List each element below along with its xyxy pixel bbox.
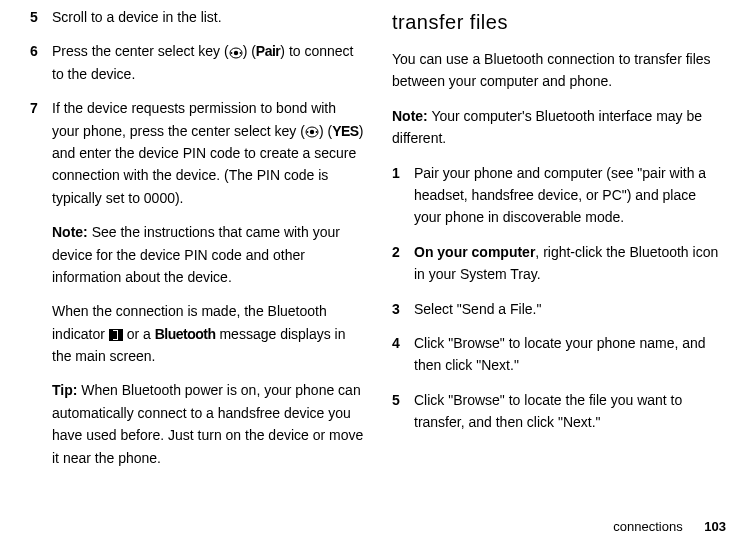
step-text: Click "Browse" to locate the file you wa… [414,389,726,434]
step-1: 1 Pair your phone and computer (see "pai… [392,162,726,229]
page-columns: 5 Scroll to a device in the list. 6 Pres… [30,6,726,481]
step-3: 3 Select "Send a File." [392,298,726,320]
step-text: Pair your phone and computer (see "pair … [414,162,726,229]
text-fragment: Press the center select key ( [52,43,229,59]
svg-point-3 [239,52,241,54]
step-body: Scroll to a device in the list. [52,6,364,28]
step-body: On your computer, right-click the Blueto… [414,241,726,286]
step-text: Scroll to a device in the list. [52,6,364,28]
text-fragment: ) [359,123,364,139]
step-body: Pair your phone and computer (see "pair … [414,162,726,229]
right-column: transfer files You can use a Bluetooth c… [392,6,726,481]
text-fragment: or a [123,326,155,342]
step-number: 4 [392,332,414,377]
pair-label: Pair [256,43,280,59]
bluetooth-indicator-icon [109,329,123,341]
intro-text: You can use a Bluetooth connection to tr… [392,48,726,93]
footer-section: connections [613,519,682,534]
step-4: 4 Click "Browse" to locate your phone na… [392,332,726,377]
step-body: Click "Browse" to locate your phone name… [414,332,726,377]
step-5: 5 Scroll to a device in the list. [30,6,364,28]
section-heading: transfer files [392,6,726,38]
step-text: When the connection is made, the Bluetoo… [52,300,364,367]
step-body: Click "Browse" to locate the file you wa… [414,389,726,434]
page-number: 103 [704,519,726,534]
svg-point-5 [310,130,314,134]
step-7: 7 If the device requests permission to b… [30,97,364,469]
section-note: Note: Your computer's Bluetooth interfac… [392,105,726,150]
step-6: 6 Press the center select key () (Pair) … [30,40,364,85]
step-body: If the device requests permission to bon… [52,97,364,469]
step-2: 2 On your computer, right-click the Blue… [392,241,726,286]
step-text: Click "Browse" to locate your phone name… [414,332,726,377]
tip-text: When Bluetooth power is on, your phone c… [52,382,363,465]
step-body: Select "Send a File." [414,298,726,320]
note-text: See the instructions that came with your… [52,224,340,285]
center-select-key-icon [229,47,243,59]
step-number: 2 [392,241,414,286]
svg-point-1 [233,50,237,54]
svg-point-7 [316,131,318,133]
step-note: Note: See the instructions that came wit… [52,221,364,288]
step-tip: Tip: When Bluetooth power is on, your ph… [52,379,364,469]
bold-fragment: On your computer [414,244,535,260]
page-footer: connections 103 [613,517,726,538]
text-fragment: If the device requests permission to bon… [52,100,336,138]
bluetooth-label: Bluetooth [155,326,216,342]
step-number: 5 [392,389,414,434]
step-5r: 5 Click "Browse" to locate the file you … [392,389,726,434]
note-text: Your computer's Bluetooth interface may … [392,108,702,146]
step-number: 7 [30,97,52,469]
text-fragment: ) ( [319,123,332,139]
note-label: Note: [52,224,88,240]
step-number: 3 [392,298,414,320]
step-body: Press the center select key () (Pair) to… [52,40,364,85]
step-number: 1 [392,162,414,229]
center-select-key-icon [305,126,319,138]
text-fragment: and enter the device PIN code to create … [52,145,356,206]
svg-point-2 [230,52,232,54]
step-text: If the device requests permission to bon… [52,97,364,209]
step-number: 5 [30,6,52,28]
yes-label: YES [332,123,359,139]
step-number: 6 [30,40,52,85]
svg-point-6 [307,131,309,133]
tip-label: Tip: [52,382,77,398]
note-label: Note: [392,108,428,124]
text-fragment: ) ( [243,43,256,59]
step-text: Press the center select key () (Pair) to… [52,40,364,85]
step-text: Select "Send a File." [414,298,726,320]
left-column: 5 Scroll to a device in the list. 6 Pres… [30,6,364,481]
step-text: On your computer, right-click the Blueto… [414,241,726,286]
